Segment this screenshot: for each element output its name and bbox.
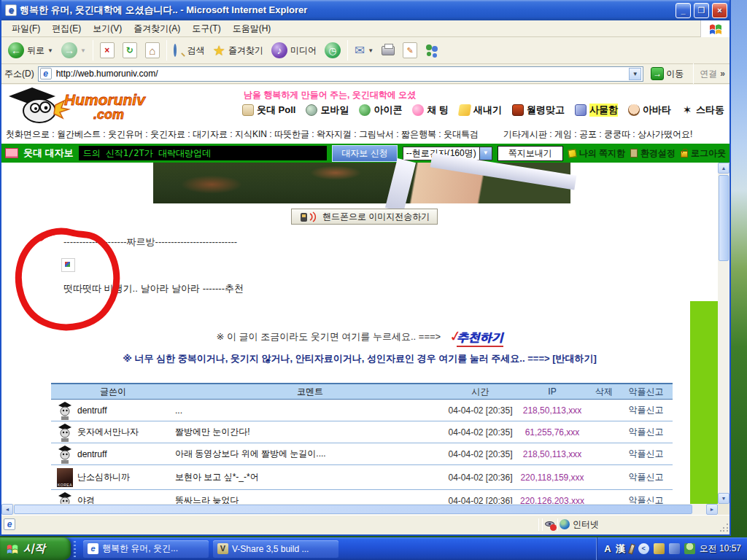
nav-newbie[interactable]: 새내기: [459, 104, 502, 117]
mail-button[interactable]: ✉ ▼: [351, 42, 377, 60]
nav-matgo[interactable]: 월령맞고: [512, 104, 565, 117]
site-nav-etc-links[interactable]: 기타게시판 : 게임 : 공포 : 쿵쿵따 : 상사가떴어요!: [503, 128, 692, 141]
report-link[interactable]: 악플신고: [619, 471, 673, 483]
nav-avatar[interactable]: 아바타: [628, 104, 671, 117]
menu-tools[interactable]: 도구(T): [186, 20, 226, 37]
menu-file[interactable]: 파일(F): [6, 20, 46, 37]
history-button[interactable]: ◷: [321, 41, 344, 60]
avatar-photo: KOREA: [57, 468, 73, 487]
tray-collapse-icon[interactable]: <: [638, 543, 649, 554]
zone-label: 인터넷: [573, 518, 599, 531]
refresh-button[interactable]: ↻: [119, 41, 141, 60]
scroll-down-icon[interactable]: ▼: [718, 493, 729, 504]
home-button[interactable]: ⌂: [142, 41, 163, 60]
nav-stardong[interactable]: ✶스타동: [681, 104, 724, 117]
star-icon: ✶: [681, 104, 693, 116]
broken-image-placeholder[interactable]: [61, 258, 75, 272]
settings-icon: [630, 149, 638, 158]
comment-table: 글쓴이 코멘트 시간 IP 삭제 악플신고 dentruff ... 04-04…: [51, 383, 673, 512]
my-notes-link[interactable]: 나의 쪽지함: [568, 147, 625, 160]
post-divider-text: --------------------짜르방-----------------…: [63, 236, 237, 249]
print-button[interactable]: [378, 44, 398, 57]
comment-text: 보현아 보고 싶*-_-*어: [175, 471, 445, 483]
board-apply-button[interactable]: 대자보 신청: [332, 145, 397, 162]
mail-dropdown-icon[interactable]: ▼: [368, 47, 374, 54]
comment-author[interactable]: 난소심하니까: [77, 471, 130, 483]
report-link[interactable]: 악플신고: [619, 426, 673, 438]
tray-app-icon-1[interactable]: [654, 543, 665, 554]
green-ad-banner[interactable]: [690, 301, 719, 504]
vertical-scrollbar[interactable]: ▲ ▼: [718, 163, 729, 504]
title-bar[interactable]: e 행복한 유머, 웃긴대학에 오셨습니다.. - Microsoft Inte…: [1, 0, 729, 20]
settings-link[interactable]: 환경설정: [630, 147, 676, 160]
comment-author[interactable]: 웃자에서만나자: [77, 426, 139, 438]
comment-row: KOREA난소심하니까 보현아 보고 싶*-_-*어 04-04-02 [20:…: [51, 465, 673, 490]
nav-locker[interactable]: 사물함: [575, 104, 618, 117]
messenger-button[interactable]: [422, 43, 442, 58]
taskbar-clock[interactable]: 오전 10:57: [700, 542, 741, 555]
col-time: 시간: [445, 386, 516, 398]
recommend-line: ※ 이 글이 조금이라도 웃기면 여기를 누르세요.. ===> ✓ 추천하기: [1, 326, 718, 346]
send-note-button[interactable]: 쪽지보내기: [498, 146, 563, 161]
address-input[interactable]: [55, 68, 627, 79]
maximize-button[interactable]: ❐: [694, 3, 709, 18]
scrollbar-corner: [718, 504, 729, 515]
resize-grip[interactable]: [720, 523, 729, 532]
menu-edit[interactable]: 편집(E): [46, 20, 87, 37]
svg-text:Humoruniv: Humoruniv: [64, 91, 146, 108]
scroll-up-icon[interactable]: ▲: [718, 163, 729, 174]
tray-app-icon-3[interactable]: [684, 543, 695, 554]
address-dropdown-icon[interactable]: ▼: [629, 68, 641, 80]
back-button[interactable]: ← 뒤로 ▼: [4, 41, 57, 60]
comment-row: dentruff 아래 동영상보다 위에 짤방에 눈길이.... 04-04-0…: [51, 443, 673, 465]
oppose-line[interactable]: ※ 너무 심한 중복이거나, 웃기지 않거나, 안티자료이거나, 성인자료인 경…: [1, 352, 718, 365]
report-link[interactable]: 악플신고: [619, 404, 673, 416]
ime-pen-icon[interactable]: [628, 543, 635, 554]
links-menu[interactable]: 연결 »: [700, 68, 727, 80]
ie-page-icon: e: [5, 4, 17, 16]
menu-help[interactable]: 도움말(H): [227, 20, 277, 37]
horizontal-scroll-thumb[interactable]: [14, 505, 692, 514]
taskbar-item-vshare[interactable]: V V-Share 3,5 build ...: [213, 540, 338, 558]
comment-author[interactable]: dentruff: [77, 405, 107, 416]
go-button[interactable]: → 이동: [647, 66, 687, 81]
favorites-button[interactable]: ★ 즐겨찾기: [209, 41, 267, 61]
send-to-phone-button[interactable]: 핸드폰으로 이미지전송하기: [291, 209, 438, 225]
nav-chat[interactable]: 채 팅: [412, 104, 449, 117]
start-button[interactable]: 시작: [0, 537, 71, 560]
nav-mobile[interactable]: 모바일: [306, 104, 349, 117]
taskbar-item-ie[interactable]: e 행복한 유머, 웃긴...: [83, 540, 209, 558]
close-button[interactable]: ×: [712, 3, 727, 18]
lock-icon: [681, 151, 688, 158]
menu-view[interactable]: 보기(V): [87, 20, 128, 37]
ime-english-indicator[interactable]: A: [604, 543, 611, 554]
search-button[interactable]: 검색: [170, 43, 209, 58]
tray-app-icon-2[interactable]: [669, 543, 680, 554]
site-nav-main-links[interactable]: 첫화면으로 : 월간베스트 : 웃긴유머 : 웃긴자료 : 대기자료 : 지식K…: [6, 128, 479, 141]
stop-button[interactable]: ×: [96, 41, 118, 60]
vertical-scroll-thumb[interactable]: [719, 175, 729, 261]
minimize-button[interactable]: _: [676, 3, 691, 18]
scroll-left-icon[interactable]: ◄: [1, 504, 13, 515]
edit-button[interactable]: ✎: [399, 41, 421, 60]
start-label: 시작: [23, 542, 45, 556]
media-button[interactable]: ♪ 미디어: [268, 41, 320, 60]
report-link[interactable]: 악플신고: [619, 448, 673, 460]
ime-hanja-indicator[interactable]: 漢: [616, 542, 625, 556]
select-dropdown-icon[interactable]: ▼: [479, 147, 492, 160]
board-label[interactable]: 웃대 대자보: [23, 147, 74, 160]
forward-button[interactable]: → ▼: [58, 41, 90, 60]
back-dropdown-icon[interactable]: ▼: [47, 47, 53, 54]
site-text-nav: 첫화면으로 : 월간베스트 : 웃긴유머 : 웃긴자료 : 대기자료 : 지식K…: [1, 125, 729, 144]
nav-poll[interactable]: 웃대 Poll: [242, 104, 295, 117]
recommend-button[interactable]: ✓ 추천하기: [449, 327, 503, 347]
horizontal-scrollbar[interactable]: ◄ ►: [1, 504, 718, 515]
privacy-blocked-icon[interactable]: [544, 518, 556, 530]
quicklaunch-handle[interactable]: [74, 541, 76, 557]
menu-favorites[interactable]: 즐겨찾기(A): [128, 20, 186, 37]
scroll-right-icon[interactable]: ►: [706, 504, 718, 515]
comment-author[interactable]: dentruff: [77, 449, 107, 459]
humoruniv-logo[interactable]: Humoruniv .com: [7, 86, 164, 124]
logout-link[interactable]: 로그아웃: [681, 147, 726, 160]
nav-icon-shop[interactable]: 아이콘: [359, 104, 402, 117]
